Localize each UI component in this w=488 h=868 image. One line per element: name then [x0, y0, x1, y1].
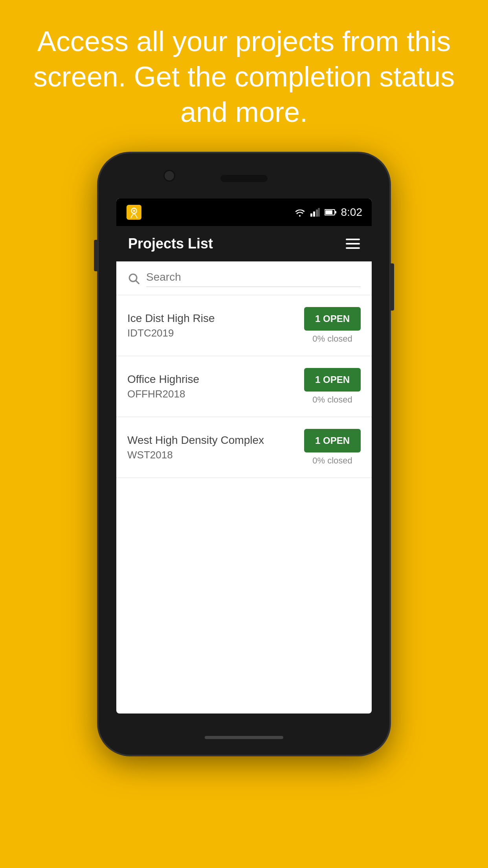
list-item[interactable]: West High Density Complex WST2018 1 OPEN… — [116, 417, 372, 478]
status-time: 8:02 — [341, 206, 363, 219]
svg-rect-9 — [325, 210, 332, 214]
hamburger-menu-button[interactable] — [346, 239, 360, 249]
open-badge: 1 OPEN — [304, 307, 361, 331]
svg-rect-0 — [127, 205, 141, 220]
empty-area — [116, 478, 372, 557]
svg-point-2 — [133, 210, 135, 212]
app-icon — [126, 204, 142, 221]
list-item[interactable]: Ice Dist High Rise IDTC2019 1 OPEN 0% cl… — [116, 295, 372, 356]
phone-bottom-bar — [205, 736, 283, 739]
hero-text: Access all your projects from this scree… — [0, 0, 488, 145]
project-info: Office Highrise OFFHR2018 — [127, 373, 199, 400]
list-item[interactable]: Office Highrise OFFHR2018 1 OPEN 0% clos… — [116, 356, 372, 417]
svg-rect-5 — [316, 210, 318, 217]
svg-line-11 — [136, 281, 139, 283]
open-badge: 1 OPEN — [304, 368, 361, 392]
project-badge: 1 OPEN 0% closed — [304, 307, 361, 344]
project-info: Ice Dist High Rise IDTC2019 — [127, 312, 215, 339]
battery-icon — [325, 209, 336, 216]
svg-rect-4 — [313, 211, 315, 217]
app-bar: Projects List — [116, 226, 372, 261]
closed-percent: 0% closed — [312, 395, 352, 405]
project-name: Office Highrise — [127, 373, 199, 386]
svg-rect-3 — [310, 213, 312, 217]
closed-percent: 0% closed — [312, 334, 352, 344]
search-bar — [116, 261, 372, 295]
project-info: West High Density Complex WST2018 — [127, 434, 264, 461]
svg-rect-8 — [335, 211, 336, 213]
project-code: WST2018 — [127, 449, 264, 461]
svg-rect-6 — [318, 208, 320, 217]
closed-percent: 0% closed — [312, 456, 352, 466]
content-area: Ice Dist High Rise IDTC2019 1 OPEN 0% cl… — [116, 261, 372, 557]
speaker — [220, 175, 268, 182]
project-badge: 1 OPEN 0% closed — [304, 368, 361, 405]
phone-screen: 8:02 Projects List — [116, 199, 372, 714]
app-bar-title: Projects List — [128, 235, 213, 252]
status-left — [126, 204, 142, 221]
phone-device: 8:02 Projects List — [99, 153, 389, 767]
status-bar: 8:02 — [116, 199, 372, 226]
wifi-icon — [294, 208, 306, 217]
project-code: OFFHR2018 — [127, 388, 199, 400]
project-name: Ice Dist High Rise — [127, 312, 215, 325]
project-code: IDTC2019 — [127, 327, 215, 339]
phone-shell: 8:02 Projects List — [99, 153, 389, 755]
project-badge: 1 OPEN 0% closed — [304, 429, 361, 466]
camera — [163, 170, 175, 182]
open-badge: 1 OPEN — [304, 429, 361, 452]
project-name: West High Density Complex — [127, 434, 264, 447]
signal-icon — [310, 208, 320, 217]
search-icon — [127, 272, 140, 286]
status-right: 8:02 — [294, 206, 363, 219]
search-input[interactable] — [146, 271, 361, 287]
